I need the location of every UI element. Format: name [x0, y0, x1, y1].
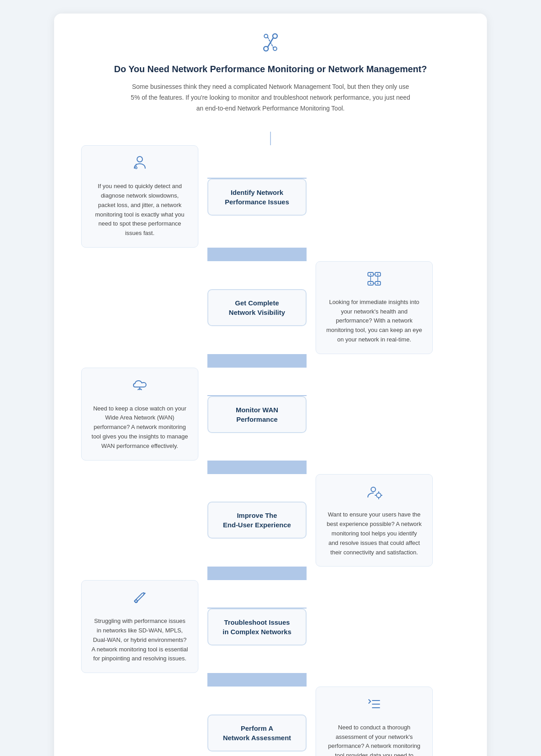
node-troubleshoot: Troubleshoot Issuesin Complex Networks	[207, 608, 307, 645]
page-container: Do You Need Network Performance Monitori…	[54, 14, 487, 756]
cloud-network-icon	[92, 377, 188, 400]
svg-point-6	[137, 157, 142, 162]
wrench-icon	[92, 590, 188, 612]
svg-point-3	[264, 34, 268, 38]
header: Do You Need Network Performance Monitori…	[81, 32, 460, 114]
flow-row-3: Need to keep a close watch on your Wide …	[81, 368, 460, 461]
top-connector	[270, 132, 271, 145]
network-grid-icon	[326, 271, 422, 293]
node3-label: Monitor WANPerformance	[236, 406, 278, 423]
side-card-visibility: Looking for immediate insights into your…	[316, 261, 433, 354]
node4-center: Improve TheEnd-User Experience	[207, 502, 307, 539]
flow-row-1: If you need to quickly detect and diagno…	[81, 145, 460, 248]
flow-row-2: Get CompleteNetwork Visibility	[81, 261, 460, 354]
svg-point-16	[377, 282, 379, 284]
node-enduser: Improve TheEnd-User Experience	[207, 502, 307, 539]
node6-center: Perform ANetwork Assessment	[207, 715, 307, 751]
node6-right-card: Need to conduct a thorough assessment of…	[307, 687, 433, 756]
node1-left-card: If you need to quickly detect and diagno…	[81, 145, 207, 248]
vert-1	[81, 248, 460, 261]
person-network-icon	[92, 155, 188, 177]
page-title: Do You Need Network Performance Monitori…	[81, 63, 460, 75]
flow-row-5: Struggling with performance issues in ne…	[81, 580, 460, 673]
node6-label: Perform ANetwork Assessment	[223, 724, 291, 742]
node2-right-card: Looking for immediate insights into your…	[307, 261, 433, 354]
header-description: Some businesses think they need a compli…	[131, 82, 410, 114]
side-card-enduser: Want to ensure your users have the best …	[316, 474, 433, 567]
node5-center: Troubleshoot Issuesin Complex Networks	[207, 608, 307, 645]
side-card-identify: If you need to quickly detect and diagno…	[81, 145, 198, 248]
node3-left-card: Need to keep a close watch on your Wide …	[81, 368, 207, 461]
node2-label: Get CompleteNetwork Visibility	[229, 299, 285, 316]
node-wan: Monitor WANPerformance	[207, 396, 307, 433]
svg-point-22	[371, 487, 376, 492]
node3-center: Monitor WANPerformance	[207, 395, 307, 433]
enduser-card-text: Want to ensure your users have the best …	[327, 511, 422, 555]
vert-3	[81, 461, 460, 474]
node-assessment: Perform ANetwork Assessment	[207, 715, 307, 751]
list-arrow-icon	[326, 696, 422, 719]
side-card-troubleshoot: Struggling with performance issues in ne…	[81, 580, 198, 673]
flow-row-6: Perform ANetwork Assessment Need to cond…	[81, 687, 460, 756]
vert-5	[81, 673, 460, 687]
identify-card-text: If you need to quickly detect and diagno…	[95, 183, 184, 236]
svg-point-14	[377, 273, 379, 275]
side-card-assessment: Need to conduct a thorough assessment of…	[316, 687, 433, 756]
troubleshoot-card-text: Struggling with performance issues in ne…	[92, 618, 188, 662]
node4-right-card: Want to ensure your users have the best …	[307, 474, 433, 567]
node-identify: Identify NetworkPerformance Issues	[207, 179, 307, 216]
svg-point-13	[370, 273, 371, 275]
assessment-card-text: Need to conduct a thorough assessment of…	[327, 724, 422, 756]
vert-2	[81, 354, 460, 368]
header-icon	[81, 32, 460, 57]
user-settings-icon	[326, 484, 422, 506]
node1-center: Identify NetworkPerformance Issues	[207, 178, 307, 216]
node2-center: Get CompleteNetwork Visibility	[207, 289, 307, 326]
svg-point-15	[370, 282, 371, 284]
node-visibility: Get CompleteNetwork Visibility	[207, 289, 307, 326]
node4-label: Improve TheEnd-User Experience	[223, 512, 291, 529]
node5-left-card: Struggling with performance issues in ne…	[81, 580, 207, 673]
svg-point-8	[135, 167, 137, 169]
wan-card-text: Need to keep a close watch on your Wide …	[92, 405, 188, 449]
visibility-card-text: Looking for immediate insights into your…	[326, 299, 422, 343]
node1-label: Identify NetworkPerformance Issues	[225, 189, 289, 206]
node5-label: Troubleshoot Issuesin Complex Networks	[223, 618, 292, 636]
flow-row-4: Improve TheEnd-User Experience	[81, 474, 460, 567]
flow-diagram: If you need to quickly detect and diagno…	[81, 132, 460, 756]
vert-4	[81, 567, 460, 580]
svg-point-23	[376, 493, 381, 498]
side-card-wan: Need to keep a close watch on your Wide …	[81, 368, 198, 461]
svg-point-4	[273, 47, 277, 51]
